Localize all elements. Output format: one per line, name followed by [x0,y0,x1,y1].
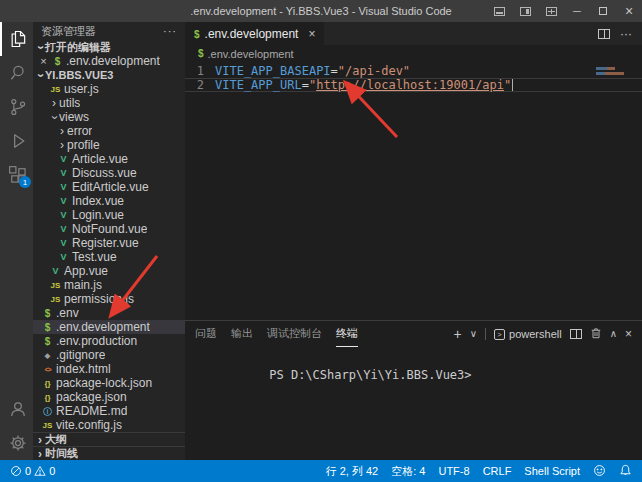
tree-item-package.json[interactable]: {}package.json [33,390,185,404]
close-button[interactable]: × [616,0,642,22]
status-item[interactable]: CRLF [483,465,512,477]
terminal-profile-dropdown-icon[interactable]: ∨ [470,329,477,339]
tree-item-Article.vue[interactable]: VArticle.vue [33,152,185,166]
git-file-icon: ◆ [41,349,54,362]
account-icon[interactable] [0,392,33,426]
code-line-2[interactable]: 2VITE_APP_URL="http://localhost:19001/ap… [185,78,642,92]
terminal-instance-powershell[interactable]: > powershell [494,328,562,340]
tree-item-label: main.js [64,278,102,292]
panel-tab-问题[interactable]: 问题 [195,321,217,347]
kill-terminal-icon[interactable] [590,327,602,342]
tree-item-NotFound.vue[interactable]: VNotFound.vue [33,222,185,236]
minimize-button[interactable]: ─ [564,0,590,22]
sidebar-section-时间线[interactable]: ›时间线 [33,446,185,460]
tree-item-label: .gitignore [56,348,105,362]
search-icon[interactable] [0,56,33,90]
sidebar-section-大纲[interactable]: ›大纲 [33,432,185,446]
open-editor-item[interactable]: ×$.env.development [33,54,185,68]
tree-item-Register.vue[interactable]: VRegister.vue [33,236,185,250]
panel-tab-终端[interactable]: 终端 [336,321,358,347]
customize-layout-icon[interactable] [538,0,564,22]
chevron-right-icon: › [57,125,67,137]
status-item[interactable]: 行 2, 列 42 [326,464,379,479]
js-file-icon: JS [49,293,62,306]
extensions-badge: 1 [19,176,31,188]
panel-tab-输出[interactable]: 输出 [231,321,253,347]
status-item[interactable]: Shell Script [524,465,580,477]
project-root-header[interactable]: › YI.BBS.VUE3 [33,68,185,82]
code-line-1[interactable]: 1VITE_APP_BASEAPI="/api-dev" [185,64,642,78]
status-item[interactable]: 空格: 4 [391,464,425,479]
tree-item-error[interactable]: ›error [33,124,185,138]
code-token: VITE_APP_BASEAPI [215,64,331,78]
tree-item-views[interactable]: ›views [33,110,185,124]
tree-item-.gitignore[interactable]: ◆.gitignore [33,348,185,362]
source-control-icon[interactable] [0,90,33,124]
code-token: = [331,64,338,78]
new-terminal-icon[interactable]: + [454,327,462,341]
more-editor-actions-icon[interactable]: ··· [620,27,632,41]
toggle-panel-icon[interactable] [486,0,512,22]
split-editor-icon[interactable] [598,29,610,39]
tree-item-.env[interactable]: $.env [33,306,185,320]
vue-file-icon: V [57,209,70,222]
tree-item-label: README.md [56,404,127,418]
minimap[interactable] [596,65,640,75]
toggle-secondary-sidebar-icon[interactable] [512,0,538,22]
tree-item-label: NotFound.vue [72,222,147,236]
tree-item-Index.vue[interactable]: VIndex.vue [33,194,185,208]
tree-item-.env.production[interactable]: $.env.production [33,334,185,348]
minimap-line-1 [596,67,640,70]
tree-item-.env.development[interactable]: $.env.development [33,320,185,334]
tree-item-package-lock.json[interactable]: {}package-lock.json [33,376,185,390]
shell-file-icon: $ [41,335,54,348]
tree-item-EditArticle.vue[interactable]: VEditArticle.vue [33,180,185,194]
extensions-icon[interactable]: 1 [0,158,33,192]
terminal-output[interactable]: PS D:\CSharp\Yi\Yi.BBS.Vue3> [185,347,642,460]
explorer-sidebar: 资源管理器 ··· › 打开的编辑器 ×$.env.development › … [33,22,185,460]
panel-tabs: 问题输出调试控制台终端 [195,321,372,347]
run-debug-icon[interactable] [0,124,33,158]
code-token: http://localhost:19001/api [316,78,504,92]
feedback-smiley-icon[interactable] [593,464,606,479]
tree-item-label: Login.vue [72,208,124,222]
tree-item-label: Register.vue [72,236,139,250]
close-panel-icon[interactable]: × [625,327,632,341]
panel-tab-调试控制台[interactable]: 调试控制台 [267,321,322,347]
settings-gear-icon[interactable] [0,426,33,460]
tree-item-vite.config.js[interactable]: JSvite.config.js [33,418,185,432]
tree-item-utils[interactable]: ›utils [33,96,185,110]
tree-item-label: Discuss.vue [72,166,137,180]
tree-item-permission.js[interactable]: JSpermission.js [33,292,185,306]
restore-button[interactable] [590,0,616,22]
tree-item-main.js[interactable]: JSmain.js [33,278,185,292]
tree-item-App.vue[interactable]: VApp.vue [33,264,185,278]
problems-status[interactable]: 0 0 [10,465,55,477]
title-bar: .env.development - Yi.BBS.Vue3 - Visual … [0,0,642,22]
tree-item-README.md[interactable]: iREADME.md [33,404,185,418]
shell-file-icon: $ [51,55,64,68]
breadcrumb-file-icon-slot: $ [198,47,206,60]
status-item[interactable]: UTF-8 [438,465,469,477]
tree-item-Login.vue[interactable]: VLogin.vue [33,208,185,222]
tree-item-Test.vue[interactable]: VTest.vue [33,250,185,264]
tree-item-label: user.js [64,82,99,96]
close-icon[interactable]: × [38,55,49,67]
explorer-icon[interactable] [0,22,33,56]
code-token: = [302,78,309,92]
split-terminal-icon[interactable] [570,329,582,339]
tree-item-profile[interactable]: ›profile [33,138,185,152]
tree-item-user.js[interactable]: JSuser.js [33,82,185,96]
notifications-bell-icon[interactable] [619,464,632,479]
tree-item-Discuss.vue[interactable]: VDiscuss.vue [33,166,185,180]
breadcrumb[interactable]: $ .env.development [185,45,642,62]
tab-env-development[interactable]: $ .env.development × [185,22,324,45]
tab-close-icon[interactable]: × [308,27,315,41]
more-actions-icon[interactable]: ··· [163,25,177,37]
tree-item-index.html[interactable]: <>index.html [33,362,185,376]
open-editors-header[interactable]: › 打开的编辑器 [33,40,185,54]
code-editor[interactable]: 1VITE_APP_BASEAPI="/api-dev"2VITE_APP_UR… [185,62,642,320]
tree-item-label: Index.vue [72,194,124,208]
maximize-panel-icon[interactable]: ∧ [610,329,617,339]
person-icon [8,399,28,419]
